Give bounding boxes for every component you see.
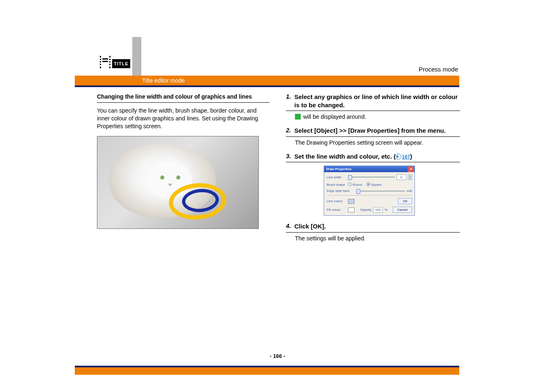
opacity-percent: % — [385, 208, 387, 212]
title-badge: TITLE — [99, 53, 130, 71]
title-logo: TITLE — [97, 45, 132, 79]
subsection-title: Changing the line width and colour of gr… — [97, 93, 269, 103]
step-1-number: 1. — [286, 93, 291, 100]
page-number: - 166 - — [0, 353, 555, 359]
right-column: 1. Select any graphics or line of which … — [286, 93, 460, 248]
step-4: 4. Click [OK]. The settings will be appl… — [286, 222, 460, 242]
step-3-title-prefix: Set the line width and colour, etc. ( — [295, 153, 396, 160]
dialog-divider — [327, 195, 412, 196]
radio-icon — [348, 182, 352, 186]
brush-shape-label: Brush shape — [327, 183, 346, 187]
content-columns: Changing the line width and colour of gr… — [97, 93, 460, 248]
draw-properties-dialog: Draw Properties ✕ Line width 0 ▲▼ Brush … — [324, 166, 415, 216]
fill-colour-row: Fill colour Opacity 100 % Cancel — [327, 207, 412, 213]
step-3: 3. Set the line width and colour, etc. (… — [286, 152, 460, 216]
cancel-button[interactable]: Cancel — [393, 207, 412, 213]
selection-marker-icon — [295, 114, 301, 120]
subsection-paragraph: You can specify the line width, brush sh… — [97, 107, 269, 130]
dialog-body: Line width 0 ▲▼ Brush shape Round Square — [324, 172, 415, 215]
line-colour-swatch[interactable] — [348, 199, 355, 204]
slider-thumb-icon — [348, 175, 352, 180]
line-width-spinner[interactable]: ▲▼ — [408, 174, 412, 180]
footer-bar — [75, 366, 459, 375]
dialog-titlebar: Draw Properties ✕ — [324, 166, 415, 172]
step-4-title: Click [OK]. — [295, 222, 326, 231]
film-strip-icon — [100, 56, 111, 68]
left-column: Changing the line width and colour of gr… — [97, 93, 269, 248]
edge-style-right-label: soft — [407, 189, 412, 193]
opacity-label: Opacity — [360, 208, 371, 212]
step-2-head: 2. Select [Object] >> [Draw Properties] … — [286, 127, 460, 137]
step-2-title: Select [Object] >> [Draw Properties] fro… — [295, 127, 446, 135]
step-3-head: 3. Set the line width and colour, etc. (… — [286, 152, 460, 163]
step-1-body-text: will be displayed around. — [303, 113, 366, 120]
step-1: 1. Select any graphics or line of which … — [286, 93, 460, 120]
page-167-link-text: 167 — [402, 154, 410, 160]
step-2-body: The Drawing Properties setting screen wi… — [295, 139, 460, 146]
mode-label: Title editor mode — [142, 77, 185, 84]
step-4-body: The settings will be applied. — [295, 235, 460, 242]
figure-cat-eye-left — [160, 175, 164, 180]
step-3-title-suffix: ) — [410, 153, 412, 160]
step-3-number: 3. — [286, 152, 291, 159]
step-4-number: 4. — [286, 222, 291, 229]
figure-cat-eye-right — [176, 175, 180, 180]
dialog-title: Draw Properties — [326, 167, 351, 171]
line-width-label: Line width — [327, 175, 346, 179]
close-icon[interactable]: ✕ — [408, 166, 414, 172]
brush-round-label: Round — [352, 183, 362, 187]
opacity-value[interactable]: 100 — [373, 207, 383, 213]
step-4-head: 4. Click [OK]. — [286, 222, 460, 233]
title-badge-text: TITLE — [112, 59, 130, 68]
mode-bar: Title editor mode — [75, 76, 459, 87]
edge-style-slider[interactable] — [356, 191, 405, 191]
line-width-value[interactable]: 0 — [396, 174, 406, 180]
brush-square-option[interactable]: Square — [366, 182, 382, 187]
link-arrow-icon — [396, 154, 401, 159]
edge-style-row: Edge style hard soft — [327, 189, 412, 193]
radio-selected-icon — [366, 182, 370, 186]
line-colour-row: Line colour OK — [327, 198, 412, 204]
page-context-label: Process mode — [419, 66, 458, 73]
page-167-link[interactable]: 167 — [396, 154, 410, 160]
step-2: 2. Select [Object] >> [Draw Properties] … — [286, 127, 460, 146]
step-1-body: will be displayed around. — [295, 113, 460, 120]
line-colour-label: Line colour — [327, 199, 346, 203]
line-width-slider[interactable] — [348, 177, 395, 178]
step-2-number: 2. — [286, 127, 291, 134]
edge-style-label: Edge style hard — [327, 189, 355, 193]
slider-thumb-icon — [356, 189, 360, 194]
figure-cat-nose — [168, 184, 172, 187]
brush-round-option[interactable]: Round — [348, 182, 362, 187]
fill-colour-swatch[interactable] — [348, 208, 355, 212]
brush-square-label: Square — [371, 183, 382, 187]
example-figure — [97, 136, 259, 229]
fill-colour-label: Fill colour — [327, 208, 346, 212]
line-width-row: Line width 0 ▲▼ — [327, 174, 412, 180]
ok-button[interactable]: OK — [398, 198, 412, 204]
step-3-title: Set the line width and colour, etc. (167… — [295, 152, 412, 161]
step-1-head: 1. Select any graphics or line of which … — [286, 93, 460, 111]
step-1-title: Select any graphics or line of which lin… — [295, 93, 460, 109]
document-page: TITLE Process mode Title editor mode Cha… — [0, 0, 555, 392]
brush-shape-row: Brush shape Round Square — [327, 182, 412, 187]
